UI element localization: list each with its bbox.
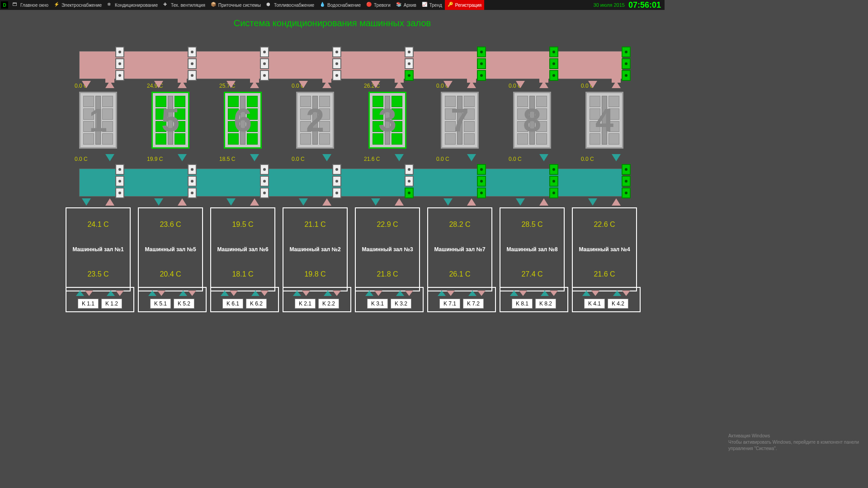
nav-power[interactable]: ⚡Электроснабжение	[51, 0, 104, 10]
nav-supply[interactable]: 📦Приточные системы	[208, 0, 264, 10]
valve[interactable]	[115, 58, 124, 69]
valve[interactable]	[477, 164, 486, 175]
nav-main-window[interactable]: 🗔Главное окно	[10, 0, 51, 10]
room-temp-bottom: 23.5 C	[87, 270, 108, 278]
valve[interactable]	[405, 164, 414, 175]
nav-trend[interactable]: 📈Тренд	[419, 0, 445, 10]
valve[interactable]	[549, 70, 558, 81]
valve[interactable]	[549, 58, 558, 69]
valve[interactable]	[622, 164, 631, 175]
valve[interactable]	[260, 188, 269, 198]
ac-unit[interactable]: 1	[79, 92, 117, 149]
valve[interactable]	[260, 164, 269, 175]
valve[interactable]	[260, 70, 269, 81]
compressor-button[interactable]: K 6.1	[222, 299, 243, 309]
valve[interactable]	[188, 176, 197, 187]
compressor-button[interactable]: K 1.2	[101, 299, 122, 309]
valve[interactable]	[622, 58, 631, 69]
valve[interactable]	[332, 47, 341, 57]
valve[interactable]	[405, 188, 414, 198]
compressor-button[interactable]: K 7.2	[463, 299, 484, 309]
valve[interactable]	[622, 176, 631, 187]
nav-archive[interactable]: 📚Архив	[393, 0, 419, 10]
server-room-panel[interactable]: 22.6 CМашинный зал №421.6 C	[572, 207, 637, 291]
compressor-button[interactable]: K 4.2	[608, 299, 628, 309]
server-room-panel[interactable]: 24.1 CМашинный зал №123.5 C	[66, 207, 131, 291]
valve[interactable]	[260, 47, 269, 57]
valve[interactable]	[622, 188, 631, 198]
server-room-panel[interactable]: 28.5 CМашинный зал №827.4 C	[500, 207, 565, 291]
nav-registration[interactable]: 🔑Регистрация	[445, 0, 484, 10]
valve[interactable]	[549, 188, 558, 198]
server-room-panel[interactable]: 23.6 CМашинный зал №520.4 C	[138, 207, 203, 291]
compressor-button[interactable]: K 5.2	[174, 299, 194, 309]
ac-unit[interactable]: 5	[151, 92, 189, 149]
nav-alarms[interactable]: 🔴Тревоги	[363, 0, 393, 10]
valve[interactable]	[477, 58, 486, 69]
nav-water[interactable]: 💧Водоснабжение	[317, 0, 363, 10]
valve[interactable]	[188, 70, 197, 81]
compressor-button[interactable]: K 3.2	[391, 299, 411, 309]
valve[interactable]	[260, 176, 269, 187]
valve[interactable]	[115, 176, 124, 187]
valve[interactable]	[549, 176, 558, 187]
pipe-segment	[178, 78, 187, 83]
valve[interactable]	[188, 47, 197, 57]
valve[interactable]	[188, 164, 197, 175]
nav-fuel[interactable]: ⬢Топливоснабжение	[264, 0, 317, 10]
valve[interactable]	[115, 164, 124, 175]
ac-unit[interactable]: 4	[585, 92, 623, 149]
ac-unit[interactable]: 8	[513, 92, 551, 149]
compressor-button[interactable]: K 2.1	[295, 299, 316, 309]
valve[interactable]	[622, 47, 631, 57]
triangle-up-icon	[510, 291, 518, 296]
valve[interactable]	[260, 58, 269, 69]
valve[interactable]	[549, 164, 558, 175]
valve[interactable]	[477, 188, 486, 198]
valve[interactable]	[622, 70, 631, 81]
nav-ventilation[interactable]: ✚Тех. вентиляция	[160, 0, 208, 10]
compressor-button[interactable]: K 2.2	[318, 299, 339, 309]
valve[interactable]	[332, 188, 341, 198]
valve[interactable]	[477, 176, 486, 187]
compressor-button[interactable]: K 1.1	[78, 299, 99, 309]
compressor-button[interactable]: K 8.1	[512, 299, 533, 309]
ac-unit[interactable]: 6	[224, 92, 262, 149]
valve[interactable]	[332, 164, 341, 175]
compressor-button[interactable]: K 3.1	[367, 299, 388, 309]
valve[interactable]	[115, 47, 124, 57]
ac-unit[interactable]: 3	[368, 92, 406, 149]
nav-conditioning[interactable]: ❄Кондиционирование	[104, 0, 160, 10]
valve[interactable]	[115, 70, 124, 81]
valve[interactable]	[477, 47, 486, 57]
room-temp-bottom: 21.6 C	[594, 270, 615, 278]
valve[interactable]	[188, 58, 197, 69]
valve[interactable]	[405, 176, 414, 187]
ac-unit[interactable]: 7	[441, 92, 479, 149]
triangle-up-icon	[438, 291, 446, 296]
compressor-button[interactable]: K 4.1	[584, 299, 605, 309]
compressor-button[interactable]: K 6.2	[246, 299, 267, 309]
valve[interactable]	[405, 47, 414, 57]
valve[interactable]	[188, 188, 197, 198]
indicator-pair	[510, 291, 527, 296]
valve[interactable]	[405, 58, 414, 69]
valve[interactable]	[549, 47, 558, 57]
compressor-button[interactable]: K 5.1	[150, 299, 171, 309]
compressor-buttons: K 3.1K 3.2	[367, 299, 411, 309]
triangle-down-icon	[519, 291, 527, 296]
indicator-row	[221, 291, 269, 296]
valve[interactable]	[405, 70, 414, 81]
valve[interactable]	[477, 70, 486, 81]
valve[interactable]	[332, 70, 341, 81]
server-room-panel[interactable]: 22.9 CМашинный зал №321.8 C	[355, 207, 420, 291]
valve[interactable]	[332, 58, 341, 69]
compressor-button[interactable]: K 8.2	[535, 299, 556, 309]
server-room-panel[interactable]: 28.2 CМашинный зал №726.1 C	[427, 207, 492, 291]
server-room-panel[interactable]: 21.1 CМашинный зал №219.8 C	[283, 207, 348, 291]
ac-unit[interactable]: 2	[296, 92, 334, 149]
compressor-button[interactable]: K 7.1	[439, 299, 460, 309]
valve[interactable]	[115, 188, 124, 198]
valve[interactable]	[332, 176, 341, 187]
server-room-panel[interactable]: 19.5 CМашинный зал №618.1 C	[210, 207, 275, 291]
